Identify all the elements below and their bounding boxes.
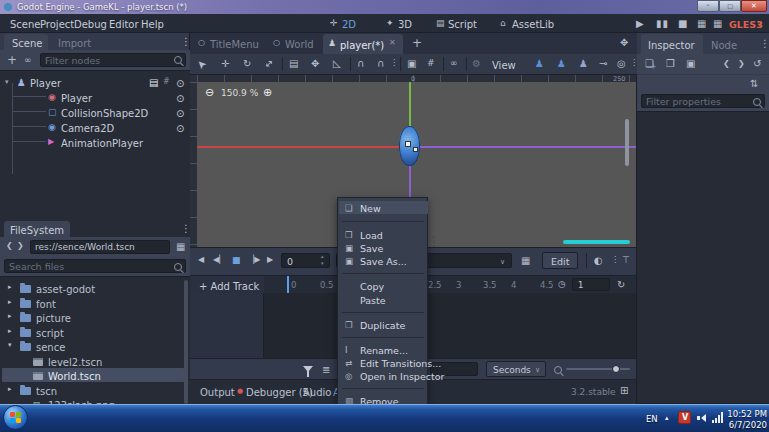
pan-tool-icon[interactable]: ✥	[311, 59, 319, 69]
stop-animation-icon[interactable]: ■	[232, 255, 241, 265]
nav-forward-icon[interactable]: ❯	[17, 242, 24, 250]
visibility-eye-icon[interactable]: ⊙	[176, 93, 184, 104]
scene-node-animationplayer[interactable]: ▶ AnimationPlayer	[0, 135, 190, 150]
layout-dock-icon[interactable]: ⊞	[620, 386, 628, 396]
file-row[interactable]: level2.tscn	[0, 354, 184, 368]
history-back-icon[interactable]: ❮	[723, 60, 730, 68]
file-row[interactable]: ▸ tscn	[0, 383, 184, 397]
minimize-button[interactable]: –	[697, 0, 719, 12]
skeleton-make-bones-icon[interactable]: ♟	[535, 58, 544, 69]
play-icon[interactable]: ▶	[267, 256, 273, 264]
expand-arrow-icon[interactable]: ▸	[8, 328, 12, 335]
menu-scene[interactable]: Scene	[10, 19, 41, 30]
tray-language[interactable]: EN	[646, 414, 658, 424]
menu-item-save-as[interactable]: ▣ Save As...	[339, 254, 428, 267]
selection-handle[interactable]	[405, 141, 411, 147]
menu-debug[interactable]: Debug	[74, 19, 107, 30]
tab-audio[interactable]: Audio	[303, 387, 331, 398]
expand-arrow-icon[interactable]: ▸	[8, 386, 12, 393]
menu-item-rename[interactable]: I Rename...	[339, 343, 428, 356]
tab-player-active[interactable]: ♟ player(*) ✕	[323, 34, 403, 54]
mask-icon[interactable]: ◎	[617, 59, 626, 69]
scene-node-root[interactable]: ▾ ♟ Player ▤ # ⊙	[0, 75, 190, 90]
animation-tools-icon[interactable]: ▦	[521, 256, 530, 266]
play-from-start-icon[interactable]: ▕▶	[248, 256, 260, 264]
start-button[interactable]	[3, 405, 28, 430]
filter-nodes-input[interactable]	[40, 53, 186, 67]
file-row-selected[interactable]: World.tscn	[2, 368, 184, 382]
snap-options-menu-icon[interactable]: ⋮	[390, 59, 398, 67]
frame-spinbox[interactable]: 0 ▴ ▾	[281, 253, 330, 268]
close-button[interactable]: ✕	[741, 0, 767, 12]
maximize-button[interactable]: ▢	[719, 0, 741, 12]
scene-node-camera2d[interactable]: ◉ Camera2D ⊙	[0, 120, 190, 135]
filter-properties-input[interactable]	[641, 94, 765, 108]
menu-editor[interactable]: Editor	[109, 19, 139, 30]
close-tab-icon[interactable]: ✕	[389, 39, 396, 47]
add-track-button[interactable]: + Add Track	[199, 281, 259, 292]
group-tracks-icon[interactable]: ≣	[322, 365, 330, 375]
mode-2d[interactable]: 2D	[342, 19, 356, 30]
history-icon[interactable]: ↺	[753, 59, 761, 69]
timeline-ruler[interactable]: 0 0.5 2.5 3 3.5 4 4.5 ◷ 1 ↻	[264, 276, 636, 293]
timeline-zoom-slider[interactable]	[566, 368, 630, 370]
animation-menu-icon[interactable]: ⋮	[611, 256, 619, 264]
menu-item-open-in-inspector[interactable]: ◎ Open in Inspector	[339, 369, 428, 382]
ruler-tool-icon[interactable]: ◺	[333, 59, 341, 69]
player-sprite[interactable]	[399, 126, 420, 166]
tab-world[interactable]: World	[285, 39, 314, 50]
play-button[interactable]: ▶	[636, 19, 644, 29]
scene-node-collisionshape2d[interactable]: ▢ CollisionShape2D ⊙	[0, 105, 190, 120]
tab-output[interactable]: Output	[200, 387, 235, 398]
mode-script[interactable]: Script	[448, 19, 477, 30]
playhead[interactable]	[287, 276, 289, 293]
bone-icon[interactable]: ∞	[450, 59, 458, 68]
visibility-eye-icon[interactable]: ⊙	[176, 78, 184, 89]
volume-icon[interactable]	[697, 413, 707, 423]
expand-arrow-icon[interactable]: ▸	[8, 299, 12, 306]
load-resource-icon[interactable]: ❒	[666, 59, 675, 69]
new-scene-tab-icon[interactable]: +	[412, 37, 422, 49]
snap-toggle-icon[interactable]: ∪	[357, 59, 364, 69]
mode-3d[interactable]: 3D	[398, 19, 412, 30]
file-row[interactable]: ▸ asset-godot	[0, 281, 184, 295]
stop-button[interactable]: ■	[678, 19, 687, 29]
tray-clock-time[interactable]: 10:52 PM	[725, 409, 767, 419]
split-view-icon[interactable]: ▦	[176, 242, 185, 252]
menu-help[interactable]: Help	[141, 19, 164, 30]
visibility-eye-icon[interactable]: ⊙	[176, 108, 184, 119]
time-unit-dropdown[interactable]: Seconds ∨	[486, 361, 546, 377]
expand-viewport-icon[interactable]: ✥	[620, 38, 628, 48]
tab-scene[interactable]: Scene	[4, 34, 48, 50]
file-row[interactable]: ▸ script	[0, 325, 184, 339]
tab-titlemenu[interactable]: TitleMenu	[210, 39, 259, 50]
history-forward-icon[interactable]: ❯	[738, 60, 745, 68]
mode-assetlib[interactable]: AssetLib	[512, 19, 554, 30]
file-row[interactable]: ▸ picture	[0, 310, 184, 324]
file-row[interactable]: ▾ sence	[0, 339, 184, 353]
menu-item-edit-transitions[interactable]: ⇄ Edit Transitions...	[339, 356, 428, 369]
edit-animation-button[interactable]: Edit	[542, 252, 578, 269]
sort-properties-icon[interactable]: ⇅	[750, 79, 758, 89]
menu-item-load[interactable]: ❒ Load	[339, 228, 428, 241]
lock-object-icon[interactable]: ▣	[407, 59, 416, 69]
loop-icon[interactable]: ↻	[617, 280, 625, 290]
visibility-eye-icon[interactable]: ⊙	[176, 123, 184, 134]
expand-arrow-icon[interactable]: ▸	[8, 284, 12, 291]
select-tool-icon[interactable]: ➤	[194, 57, 208, 71]
tab-import[interactable]: Import	[58, 38, 91, 49]
script-icon[interactable]: ▤	[149, 78, 158, 88]
slider-handle[interactable]	[612, 365, 620, 373]
move-tool-icon[interactable]: ✛	[221, 59, 229, 69]
menu-item-save[interactable]: ▣ Save	[339, 241, 428, 254]
skeleton-clear-bones-icon[interactable]: ♟	[557, 58, 566, 69]
list-select-tool-icon[interactable]: ▤	[289, 59, 298, 69]
zoom-level[interactable]: 150.9 %	[221, 88, 258, 98]
group-object-icon[interactable]: #	[427, 59, 435, 68]
instance-scene-button[interactable]: ∞	[24, 56, 32, 65]
play-backwards-icon[interactable]: ◀▏	[213, 256, 225, 264]
play-custom-scene-button[interactable]: ▦	[713, 19, 722, 29]
track-timeline-area[interactable]	[264, 293, 636, 358]
viewport-hscrollbar[interactable]	[563, 240, 630, 244]
nav-back-icon[interactable]: ❮	[6, 242, 13, 250]
